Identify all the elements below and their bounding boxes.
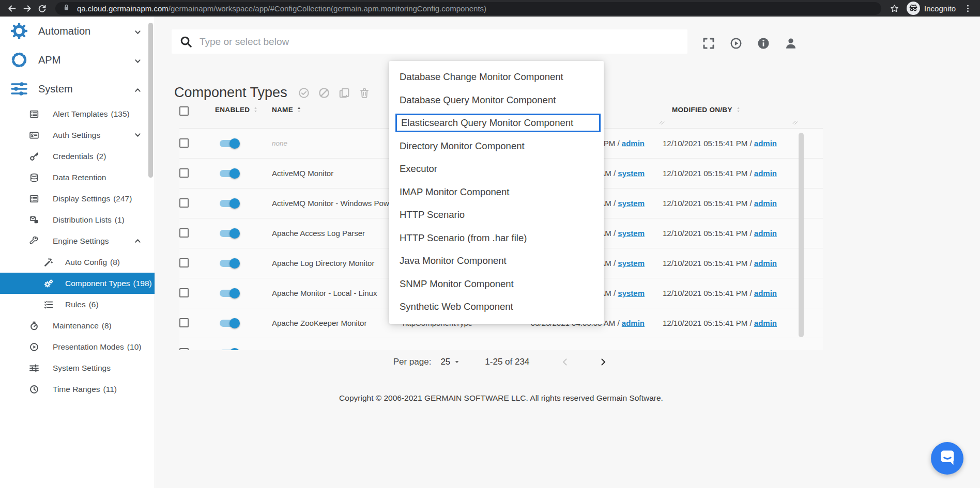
sidebar-item-credentials[interactable]: Credentials(2) <box>0 146 155 167</box>
row-checkbox[interactable] <box>179 138 189 148</box>
row-checkbox[interactable] <box>179 198 189 208</box>
row-checkbox[interactable] <box>179 258 189 267</box>
sidebar-item-auto-config[interactable]: Auto Config(8) <box>0 251 155 273</box>
modified-by-user-link[interactable]: admin <box>754 229 777 238</box>
row-checkbox[interactable] <box>179 168 189 178</box>
enabled-toggle[interactable] <box>220 200 238 207</box>
col-header-enabled[interactable]: ENABLED <box>215 106 259 114</box>
wand-icon <box>43 257 54 267</box>
tasks-icon <box>43 300 54 310</box>
sort-icon[interactable] <box>735 106 742 114</box>
component-name-cell[interactable]: ActiveMQ Monitor <box>272 159 333 188</box>
dropdown-item-http-scenario[interactable]: HTTP Scenario <box>389 203 604 227</box>
sidebar-item-data-retention[interactable]: Data Retention <box>0 167 155 188</box>
component-name-cell[interactable]: none <box>272 129 287 159</box>
dropdown-item-synthetic-web-component[interactable]: Synthetic Web Component <box>389 295 604 319</box>
created-by-user-link[interactable]: system <box>618 199 645 208</box>
sidebar-item-apm[interactable]: APM <box>0 45 155 74</box>
dropdown-item-executor[interactable]: Executor <box>389 158 604 181</box>
enabled-toggle[interactable] <box>220 260 238 267</box>
created-by-user-link[interactable]: system <box>618 289 645 297</box>
chevron-down-icon <box>134 131 142 139</box>
enabled-toggle[interactable] <box>220 320 238 327</box>
sidebar-item-system-settings[interactable]: System Settings <box>0 357 155 379</box>
sidebar-item-distribution-lists[interactable]: Distribution Lists(1) <box>0 209 155 230</box>
created-by-user-link[interactable]: system <box>618 229 645 238</box>
created-by-user-link[interactable]: admin <box>622 319 645 327</box>
play-icon[interactable] <box>728 36 744 51</box>
sidebar-item-maintenance[interactable]: Maintenance(8) <box>0 315 155 336</box>
back-icon[interactable] <box>5 2 19 15</box>
dropdown-item-java-monitor-component[interactable]: Java Monitor Component <box>389 249 604 273</box>
disable-icon[interactable] <box>318 87 330 99</box>
component-name-cell[interactable]: Apache Access Log Parser <box>272 218 365 248</box>
browser-menu-icon[interactable] <box>961 2 975 15</box>
created-by-user-link[interactable]: admin <box>622 139 645 148</box>
component-name-cell[interactable]: ActiveMQ Monitor - Windows Powe... <box>272 188 400 218</box>
user-icon[interactable] <box>783 36 799 51</box>
fullscreen-icon[interactable] <box>701 36 716 51</box>
sidebar-item-alert-templates[interactable]: Alert Templates(135) <box>0 103 155 124</box>
approve-icon[interactable] <box>298 87 310 99</box>
list-icon <box>29 109 39 119</box>
sidebar-item-engine-settings[interactable]: Engine Settings <box>0 230 155 251</box>
dropdown-item-imap-monitor-component[interactable]: IMAP Monitor Component <box>389 181 604 204</box>
created-by-user-link[interactable]: system <box>618 259 645 267</box>
bookmark-star-icon[interactable] <box>887 2 901 15</box>
component-name-cell[interactable]: Apache ZooKeeper Monitor <box>272 308 366 338</box>
sidebar-item-auth-settings[interactable]: Auth Settings <box>0 124 155 146</box>
sort-ascending-icon[interactable] <box>296 106 302 114</box>
enabled-toggle[interactable] <box>220 140 238 147</box>
modified-by-user-link[interactable]: admin <box>754 199 777 208</box>
sidebar-item-time-ranges[interactable]: Time Ranges(11) <box>0 379 155 400</box>
per-page-select[interactable]: 25 <box>440 357 460 367</box>
url-bar[interactable]: qa.cloud.germainapm.com/germainapm/works… <box>55 2 881 15</box>
sidebar-item-display-settings[interactable]: Display Settings(247) <box>0 188 155 209</box>
column-resize-grip[interactable] <box>659 119 665 125</box>
modified-by-user-link[interactable]: admin <box>754 169 777 178</box>
modified-by-user-link[interactable]: admin <box>754 319 777 327</box>
prev-page-icon[interactable] <box>559 356 571 368</box>
dropdown-item-database-change-monitor-component[interactable]: Database Change Monitor Component <box>389 66 604 89</box>
sidebar-item-presentation-modes[interactable]: Presentation Modes(10) <box>0 336 155 357</box>
sidebar-scrollbar[interactable] <box>148 23 153 178</box>
next-page-icon[interactable] <box>598 356 609 368</box>
table-scrollbar[interactable] <box>799 133 804 337</box>
enabled-toggle[interactable] <box>220 290 238 297</box>
row-checkbox[interactable] <box>179 348 189 350</box>
forward-icon[interactable] <box>20 2 34 15</box>
copy-icon[interactable] <box>338 87 350 99</box>
search-input[interactable] <box>198 36 679 48</box>
sidebar-item-rules[interactable]: Rules(6) <box>0 294 155 315</box>
row-checkbox[interactable] <box>179 228 189 238</box>
row-checkbox[interactable] <box>179 318 189 327</box>
modified-by-user-link[interactable]: admin <box>754 289 777 297</box>
info-icon[interactable] <box>756 36 771 51</box>
sort-icon[interactable] <box>252 106 259 114</box>
col-header-name[interactable]: NAME <box>272 106 302 114</box>
select-all-checkbox[interactable] <box>179 106 189 116</box>
dropdown-item-http-scenario-from-har-file[interactable]: HTTP Scenario (from .har file) <box>389 227 604 250</box>
modified-by-user-link[interactable]: admin <box>754 259 777 267</box>
enabled-toggle[interactable] <box>220 230 238 237</box>
delete-icon[interactable] <box>358 87 371 99</box>
dropdown-item-directory-monitor-component[interactable]: Directory Monitor Component <box>389 135 604 158</box>
reload-icon[interactable] <box>35 2 49 15</box>
enabled-toggle[interactable] <box>220 170 238 177</box>
enabled-toggle[interactable] <box>220 350 238 350</box>
component-name-cell[interactable]: Apache Monitor - Local - Linux <box>272 278 377 308</box>
sidebar-item-system[interactable]: System <box>0 74 155 103</box>
modified-by-user-link[interactable]: admin <box>754 139 777 148</box>
col-header-modified[interactable]: MODIFIED ON/BY <box>672 106 742 114</box>
row-checkbox[interactable] <box>179 288 189 297</box>
component-name-cell[interactable]: Apache Log Directory Monitor <box>272 248 374 278</box>
dropdown-item-elasticsearch-query-monitor-component[interactable]: Elasticsearch Query Monitor Component <box>395 114 601 132</box>
created-by-user-link[interactable]: system <box>618 169 645 178</box>
column-resize-grip[interactable] <box>792 119 799 125</box>
dropdown-item-database-query-monitor-component[interactable]: Database Query Monitor Component <box>389 89 604 112</box>
sidebar-item-component-types[interactable]: Component Types(198) <box>0 273 155 294</box>
dropdown-item-snmp-monitor-component[interactable]: SNMP Monitor Component <box>389 273 604 296</box>
chat-launcher[interactable] <box>931 442 963 475</box>
sidebar-item-automation[interactable]: Automation <box>0 17 155 45</box>
table-row[interactable] <box>179 338 823 350</box>
